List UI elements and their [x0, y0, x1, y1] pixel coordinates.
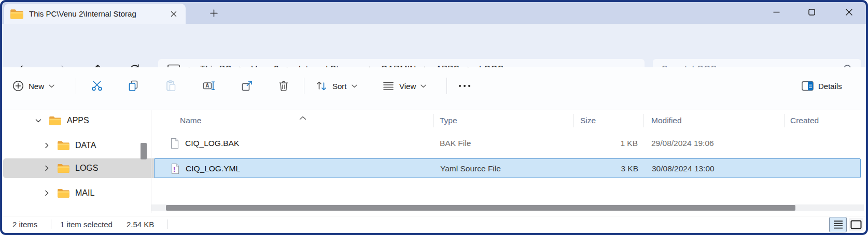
more-options-button[interactable]: [453, 76, 476, 96]
details-view-toggle-button[interactable]: [829, 217, 847, 232]
status-divider: [51, 219, 51, 229]
pane-divider: [151, 110, 151, 213]
column-divider[interactable]: [433, 114, 434, 127]
toolbar-divider: [304, 78, 304, 94]
status-selection: 1 item selected: [60, 216, 113, 232]
sidebar-item-label: LOGS: [75, 164, 98, 173]
delete-button[interactable]: [272, 76, 295, 96]
chevron-down-icon: [352, 84, 357, 88]
bak-file-icon: [170, 138, 179, 151]
folder-icon: [58, 164, 69, 173]
minimize-button[interactable]: [765, 5, 787, 19]
file-type: BAK File: [440, 134, 471, 153]
sidebar-scrollbar-thumb[interactable]: [141, 143, 147, 159]
close-icon: [846, 9, 852, 16]
new-button[interactable]: New: [7, 76, 60, 96]
thumbnail-view-toggle-button[interactable]: [849, 218, 863, 231]
file-name: CIQ_LOG.YML: [186, 159, 240, 179]
file-row-ciq-log-yml[interactable]: ! CIQ_LOG.YML Yaml Source File 3 KB 30/0…: [154, 158, 861, 178]
trash-icon: [277, 80, 290, 92]
close-window-button[interactable]: [838, 5, 860, 19]
tab-bar: This PC\Venu 2\Internal Storag: [0, 0, 868, 24]
paste-icon: [165, 80, 177, 92]
sort-ascending-icon: [299, 113, 306, 122]
column-header-name[interactable]: Name: [180, 111, 201, 130]
list-lines-icon: [382, 80, 395, 92]
chevron-down-icon: [421, 84, 426, 88]
file-name: CIQ_LOG.BAK: [185, 134, 239, 153]
column-divider[interactable]: [573, 114, 574, 127]
copy-button[interactable]: [122, 76, 145, 96]
svg-text:!: !: [173, 166, 175, 173]
rename-button[interactable]: A: [198, 76, 220, 96]
status-divider: [167, 219, 167, 229]
chevron-right-icon[interactable]: [43, 142, 51, 149]
navigation-bar: This PC Venu 2 Internal Storage GARMIN A…: [0, 24, 868, 67]
plus-icon: [210, 9, 218, 17]
svg-text:A: A: [205, 83, 209, 89]
plus-circle-icon: [12, 80, 24, 92]
file-row-ciq-log-bak[interactable]: CIQ_LOG.BAK BAK File 1 KB 29/08/2024 19:…: [154, 134, 861, 153]
sidebar-item-label: APPS: [67, 116, 89, 125]
chevron-down-icon[interactable]: [34, 117, 43, 124]
sort-arrows-icon: [315, 80, 328, 92]
sort-button[interactable]: Sort: [310, 76, 362, 96]
folder-icon: [58, 141, 69, 150]
close-icon: [171, 11, 177, 17]
explorer-window: This PC\Venu 2\Internal Storag: [0, 0, 868, 235]
view-button[interactable]: View: [377, 76, 431, 96]
cut-icon: [91, 80, 103, 92]
file-size: 3 KB: [564, 159, 638, 179]
share-icon: [241, 80, 253, 92]
horizontal-scrollbar-thumb[interactable]: [166, 205, 795, 211]
sidebar-item-label: DATA: [75, 141, 96, 150]
details-button-label: Details: [818, 82, 842, 91]
sort-button-label: Sort: [332, 82, 347, 91]
folder-icon: [58, 188, 69, 198]
sidebar-item-mail[interactable]: MAIL: [3, 183, 178, 203]
folder-icon: [49, 116, 61, 125]
column-header-type[interactable]: Type: [440, 111, 457, 130]
thumbnail-view-icon: [850, 220, 862, 229]
new-tab-button[interactable]: [206, 7, 221, 19]
details-view-icon: [833, 220, 843, 229]
tab-title: This PC\Venu 2\Internal Storag: [29, 9, 146, 18]
sidebar-item-label: MAIL: [75, 188, 94, 198]
column-divider[interactable]: [643, 114, 644, 127]
new-button-label: New: [29, 82, 44, 91]
tab-close-button[interactable]: [168, 8, 179, 20]
paste-button[interactable]: [160, 76, 183, 96]
details-pane-icon: [802, 81, 814, 91]
status-selection-size: 2.54 KB: [127, 216, 154, 232]
column-header-size[interactable]: Size: [580, 111, 596, 130]
more-options-icon: [458, 84, 471, 88]
chevron-right-icon[interactable]: [43, 165, 51, 172]
sidebar-item-data[interactable]: DATA: [3, 136, 178, 155]
file-type: Yaml Source File: [440, 159, 501, 179]
file-modified: 30/08/2024 13:00: [652, 159, 715, 179]
sidebar-item-logs[interactable]: LOGS: [3, 158, 178, 178]
minimize-icon: [773, 9, 780, 16]
column-header-modified[interactable]: Modified: [651, 111, 682, 130]
column-divider[interactable]: [784, 114, 785, 127]
maximize-button[interactable]: [801, 5, 822, 19]
toolbar-divider: [76, 78, 76, 94]
file-size: 1 KB: [564, 134, 638, 153]
column-header-created[interactable]: Created: [790, 111, 819, 130]
maximize-icon: [808, 9, 815, 16]
sidebar-item-apps[interactable]: APPS: [3, 111, 170, 130]
status-item-count: 2 items: [12, 216, 37, 232]
chevron-right-icon[interactable]: [43, 189, 51, 197]
chevron-down-icon: [49, 84, 54, 88]
details-pane-button[interactable]: Details: [796, 76, 847, 96]
file-modified: 29/08/2024 19:06: [651, 134, 714, 153]
toolbar-divider: [446, 78, 447, 94]
cut-button[interactable]: [86, 76, 108, 96]
view-button-label: View: [399, 82, 416, 91]
active-tab[interactable]: This PC\Venu 2\Internal Storag: [4, 4, 186, 24]
copy-icon: [127, 80, 139, 92]
folder-icon: [10, 9, 23, 19]
rename-icon: A: [203, 80, 215, 92]
share-button[interactable]: [235, 76, 258, 96]
yml-file-icon: !: [171, 163, 180, 177]
